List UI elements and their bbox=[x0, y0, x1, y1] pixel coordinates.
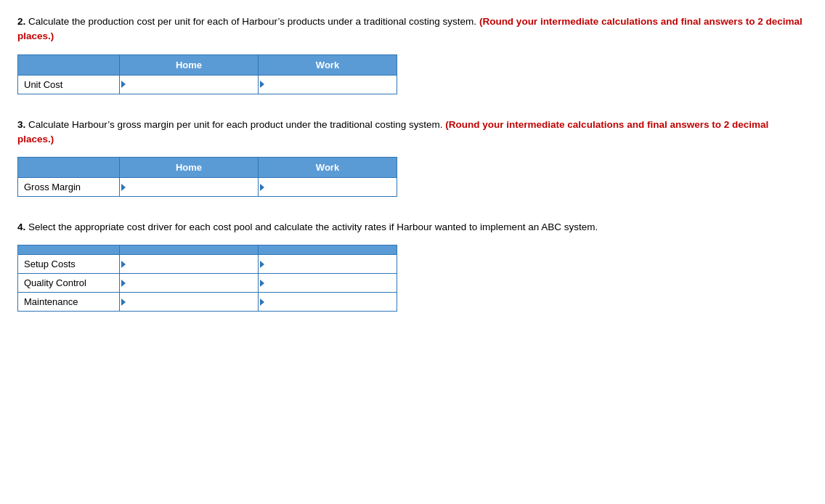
question-3-text: 3. Calculate Harbour’s gross margin per … bbox=[17, 118, 808, 147]
table-row: Maintenance bbox=[18, 293, 397, 312]
table-row: Unit Cost bbox=[18, 75, 397, 94]
q3-work-header: Work bbox=[259, 158, 397, 178]
question-3-table: Home Work Gross Margin bbox=[17, 157, 397, 197]
q4-maintenance-label: Maintenance bbox=[18, 293, 120, 312]
question-4-table: Setup Costs Quality Control bbox=[17, 245, 397, 312]
q4-quality-control-label: Quality Control bbox=[18, 274, 120, 293]
question-2-number: 2. bbox=[17, 16, 25, 27]
question-3-number: 3. bbox=[17, 119, 25, 130]
q4-empty-header-1 bbox=[18, 245, 120, 255]
q4-setup-costs-label: Setup Costs bbox=[18, 255, 120, 274]
question-2-text: 2. Calculate the production cost per uni… bbox=[17, 15, 808, 44]
q4-quality-control-col2-input[interactable] bbox=[259, 274, 397, 292]
q4-maintenance-col1-input[interactable] bbox=[120, 293, 258, 311]
q3-empty-header bbox=[18, 158, 120, 178]
q3-gross-margin-home-cell[interactable] bbox=[120, 178, 259, 197]
table-row: Setup Costs bbox=[18, 255, 397, 274]
q4-setup-costs-col2-input[interactable] bbox=[259, 255, 397, 273]
question-3-text-plain: Calculate Harbour’s gross margin per uni… bbox=[28, 119, 443, 130]
q4-empty-header-3 bbox=[259, 245, 397, 255]
q2-empty-header bbox=[18, 54, 120, 75]
question-4-text: 4. Select the appropriate cost driver fo… bbox=[17, 220, 808, 235]
q3-gross-margin-work-input[interactable] bbox=[259, 178, 397, 196]
question-4-text-plain: Select the appropriate cost driver for e… bbox=[28, 221, 598, 232]
q4-empty-header-2 bbox=[120, 245, 259, 255]
q2-unit-cost-label: Unit Cost bbox=[18, 75, 120, 94]
q2-work-header: Work bbox=[259, 54, 397, 75]
table-row: Quality Control bbox=[18, 274, 397, 293]
q4-maintenance-col1-cell[interactable] bbox=[120, 293, 259, 312]
q2-unit-cost-work-input[interactable] bbox=[259, 76, 397, 94]
q2-unit-cost-work-cell[interactable] bbox=[259, 75, 397, 94]
question-2-block: 2. Calculate the production cost per uni… bbox=[17, 15, 808, 94]
question-2-text-plain: Calculate the production cost per unit f… bbox=[28, 16, 476, 27]
question-4-block: 4. Select the appropriate cost driver fo… bbox=[17, 220, 808, 312]
q2-home-header: Home bbox=[120, 54, 259, 75]
q4-setup-costs-col1-cell[interactable] bbox=[120, 255, 259, 274]
q4-setup-costs-col1-input[interactable] bbox=[120, 255, 258, 273]
q2-unit-cost-home-input[interactable] bbox=[120, 76, 258, 94]
table-row: Gross Margin bbox=[18, 178, 397, 197]
q4-quality-control-col2-cell[interactable] bbox=[259, 274, 397, 293]
question-2-table: Home Work Unit Cost bbox=[17, 54, 397, 94]
q4-setup-costs-col2-cell[interactable] bbox=[259, 255, 397, 274]
q4-quality-control-col1-cell[interactable] bbox=[120, 274, 259, 293]
q4-quality-control-col1-input[interactable] bbox=[120, 274, 258, 292]
question-4-number: 4. bbox=[17, 221, 25, 232]
q2-unit-cost-home-cell[interactable] bbox=[120, 75, 259, 94]
q3-gross-margin-label: Gross Margin bbox=[18, 178, 120, 197]
question-3-block: 3. Calculate Harbour’s gross margin per … bbox=[17, 118, 808, 198]
q3-home-header: Home bbox=[120, 158, 259, 178]
q4-maintenance-col2-input[interactable] bbox=[259, 293, 397, 311]
q3-gross-margin-work-cell[interactable] bbox=[259, 178, 397, 197]
q4-maintenance-col2-cell[interactable] bbox=[259, 293, 397, 312]
q3-gross-margin-home-input[interactable] bbox=[120, 178, 258, 196]
